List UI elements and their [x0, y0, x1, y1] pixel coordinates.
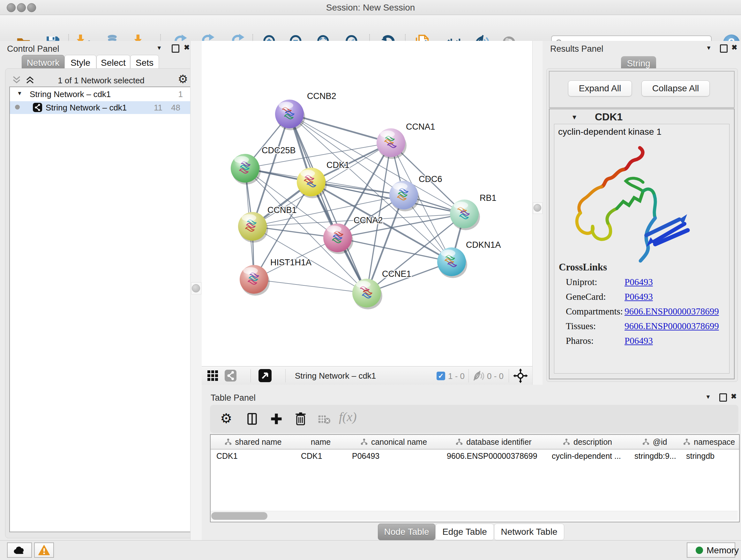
left-splitter[interactable]: [190, 41, 202, 540]
separator: [509, 369, 509, 382]
collection-expand-icon[interactable]: ▼: [17, 90, 22, 97]
network-collection-row[interactable]: ▼ String Network – cdk1 1: [10, 89, 192, 101]
panel-menu-icon[interactable]: ▼: [705, 394, 711, 400]
close-panel-icon[interactable]: ✖: [731, 44, 737, 52]
cloud-status-button[interactable]: [7, 543, 32, 558]
expand-all-chevrons-icon[interactable]: [25, 75, 35, 84]
network-row-selected[interactable]: String Network – cdk1 11 48: [10, 101, 192, 114]
table-hscrollbar[interactable]: [211, 511, 738, 521]
network-node[interactable]: HIST1H1A: [240, 258, 312, 296]
right-splitter-handle[interactable]: [534, 204, 541, 212]
network-node[interactable]: CDC6: [389, 174, 442, 211]
right-splitter[interactable]: [532, 41, 543, 385]
grid-view-icon[interactable]: [207, 370, 218, 381]
tab-edge-table[interactable]: Edge Table: [435, 523, 494, 540]
network-node[interactable]: CDK1: [297, 160, 349, 198]
gene-details-box: cyclin-dependent kinase 1: [554, 124, 730, 374]
crosslink-row: GeneCard:: [566, 292, 606, 302]
expand-collapse-box: Expand All Collapse All: [549, 71, 735, 108]
selected-node-edge-counts: 1 - 0: [448, 371, 465, 381]
column-header-name[interactable]: name: [295, 435, 347, 449]
crosslinks-title: CrossLinks: [559, 261, 607, 273]
table-cell[interactable]: 9606.ENSP00000378699: [441, 449, 546, 462]
section-collapse-icon[interactable]: ▼: [571, 114, 578, 121]
collapse-all-chevrons-icon[interactable]: [12, 75, 21, 84]
crosslink-label: Uniprot:: [566, 277, 597, 287]
network-node[interactable]: CDKN1A: [437, 240, 501, 278]
network-node[interactable]: RB1: [450, 193, 496, 230]
birdseye-view-icon[interactable]: [259, 369, 272, 382]
title-bar: Session: New Session: [0, 0, 741, 15]
panel-menu-icon[interactable]: ▼: [706, 45, 712, 51]
table-settings-gear-icon[interactable]: ⚙: [220, 411, 232, 426]
network-share-icon[interactable]: [225, 370, 237, 381]
crosslink-label: Pharos:: [566, 335, 594, 346]
float-panel-icon[interactable]: [172, 44, 179, 53]
panel-menu-icon[interactable]: ▼: [156, 45, 162, 51]
network-node[interactable]: CCNE1: [352, 269, 411, 309]
status-bar: Memory: [0, 540, 741, 560]
crosslink-label: Tissues:: [566, 321, 596, 331]
window-title: Session: New Session: [0, 3, 741, 13]
table-hscrollbar-thumb[interactable]: [211, 512, 267, 520]
table-cell[interactable]: CDK1: [211, 449, 295, 462]
table-cell[interactable]: CDK1: [295, 449, 346, 462]
expand-all-button[interactable]: Expand All: [568, 80, 632, 97]
column-header-shared-name[interactable]: shared name: [211, 435, 295, 449]
crosslink-link[interactable]: P06493: [624, 335, 653, 346]
column-type-icon: [642, 438, 650, 446]
table-cell[interactable]: stringdb: [680, 449, 739, 462]
warning-status-button[interactable]: [34, 543, 54, 558]
float-panel-icon[interactable]: [719, 393, 727, 401]
network-node-count: 11: [146, 103, 162, 113]
column-header-namespace[interactable]: namespace: [680, 435, 740, 449]
node-table: shared name name canonical name database…: [210, 434, 740, 522]
network-node[interactable]: CCNA1: [377, 122, 435, 159]
tab-network-table[interactable]: Network Table: [494, 523, 564, 540]
network-options-gear-icon[interactable]: ⚙: [178, 72, 188, 86]
crosslink-link[interactable]: P06493: [624, 292, 653, 302]
function-builder-icon[interactable]: f(x): [339, 409, 357, 424]
column-header-canonical-name[interactable]: canonical name: [346, 435, 441, 449]
crosslink-link[interactable]: 9606.ENSP00000378699: [624, 321, 719, 331]
close-panel-icon[interactable]: ✖: [184, 44, 190, 52]
collapse-all-button[interactable]: Collapse All: [642, 80, 710, 97]
column-type-icon: [360, 438, 368, 446]
column-header-id[interactable]: @id: [629, 435, 681, 449]
hidden-node-edge-counts: 0 - 0: [487, 371, 503, 381]
table-cell[interactable]: stringdb:9...: [629, 449, 680, 462]
selected-checkbox-icon[interactable]: ✓: [436, 372, 445, 380]
collection-count: 1: [166, 89, 183, 99]
application-window: Session: New Session: [0, 0, 741, 560]
network-title: String Network – cdk1: [295, 371, 376, 381]
column-header-database-identifier[interactable]: database identifier: [441, 435, 546, 449]
network-tab-content: 1 of 1 Network selected ⚙ ▼ String Netwo…: [5, 68, 197, 538]
show-columns-icon[interactable]: [245, 412, 259, 426]
column-type-icon: [562, 438, 570, 446]
crosslink-label: GeneCard:: [566, 292, 606, 302]
delete-column-trash-icon[interactable]: [293, 411, 308, 426]
network-tree: ▼ String Network – cdk1 1 String Network…: [9, 86, 193, 532]
column-header-description[interactable]: description: [546, 435, 629, 449]
node-label: CCNB1: [267, 205, 297, 215]
table-cell[interactable]: cyclin-dependent ...: [546, 449, 629, 462]
left-splitter-handle[interactable]: [192, 284, 200, 293]
create-column-plus-icon[interactable]: [269, 412, 283, 426]
main-toolbar: ?: [0, 15, 741, 42]
gene-name: CDK1: [595, 111, 623, 123]
fit-content-crosshair-icon[interactable]: [513, 368, 528, 383]
table-cell[interactable]: P06493: [346, 449, 441, 462]
network-canvas[interactable]: CCNB2CCNA1CDC25BCDK1CDC6RB1CCNB1CCNA2CDK…: [202, 41, 532, 366]
close-panel-icon[interactable]: ✖: [731, 392, 737, 401]
delete-table-icon[interactable]: [318, 415, 331, 424]
memory-label: Memory: [706, 545, 739, 556]
crosslink-link[interactable]: 9606.ENSP00000378699: [624, 306, 719, 317]
crosslink-link[interactable]: P06493: [624, 277, 653, 287]
tab-node-table[interactable]: Node Table: [378, 523, 435, 540]
memory-button[interactable]: Memory: [687, 543, 735, 558]
separator: [285, 369, 286, 382]
control-panel: Control Panel ▼ ✖ Network Style Select S…: [0, 41, 201, 540]
gene-description: cyclin-dependent kinase 1: [558, 127, 662, 137]
float-panel-icon[interactable]: [720, 44, 728, 53]
column-type-icon: [224, 438, 232, 446]
